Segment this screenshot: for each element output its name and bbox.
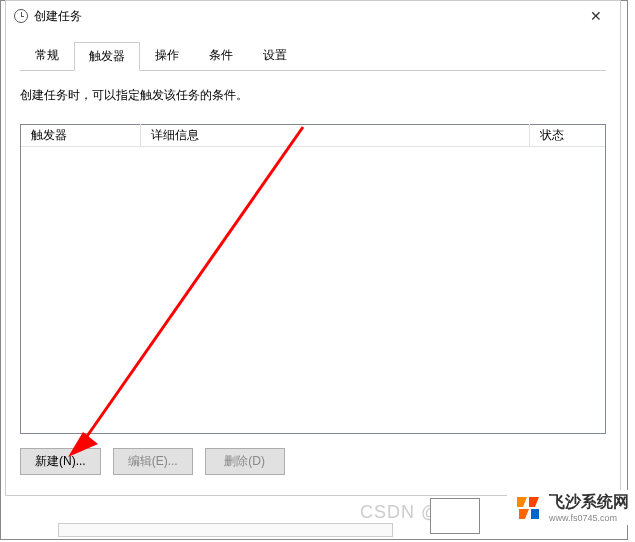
watermark-text: CSDN @ [360,502,440,523]
titlebar: 创建任务 ✕ [6,1,620,31]
brand-name: 飞沙系统网 [549,492,629,513]
create-task-dialog: 创建任务 ✕ 常规 触发器 操作 条件 设置 创建任务时，可以指定触发该任务的条… [5,0,621,496]
new-button[interactable]: 新建(N)... [20,448,101,475]
button-row: 新建(N)... 编辑(E)... 删除(D) [20,448,606,475]
brand-logo: 飞沙系统网 www.fs0745.com [507,490,635,525]
table-header: 触发器 详细信息 状态 [21,125,605,147]
brand-icon [513,493,543,523]
tab-strip: 常规 触发器 操作 条件 设置 [20,41,606,71]
tab-settings[interactable]: 设置 [248,41,302,70]
header-trigger[interactable]: 触发器 [21,124,141,147]
header-details[interactable]: 详细信息 [141,124,530,147]
triggers-table[interactable]: 触发器 详细信息 状态 [20,124,606,434]
window-title: 创建任务 [34,8,82,25]
close-button[interactable]: ✕ [580,4,612,28]
header-status[interactable]: 状态 [530,124,605,147]
tab-conditions[interactable]: 条件 [194,41,248,70]
bottom-bar [58,523,393,537]
delete-button: 删除(D) [205,448,285,475]
bottom-box [430,498,480,534]
edit-button: 编辑(E)... [113,448,193,475]
description-text: 创建任务时，可以指定触发该任务的条件。 [20,87,606,104]
tab-triggers[interactable]: 触发器 [74,42,140,71]
clock-icon [14,9,28,23]
tab-actions[interactable]: 操作 [140,41,194,70]
tab-general[interactable]: 常规 [20,41,74,70]
brand-url: www.fs0745.com [549,513,629,523]
